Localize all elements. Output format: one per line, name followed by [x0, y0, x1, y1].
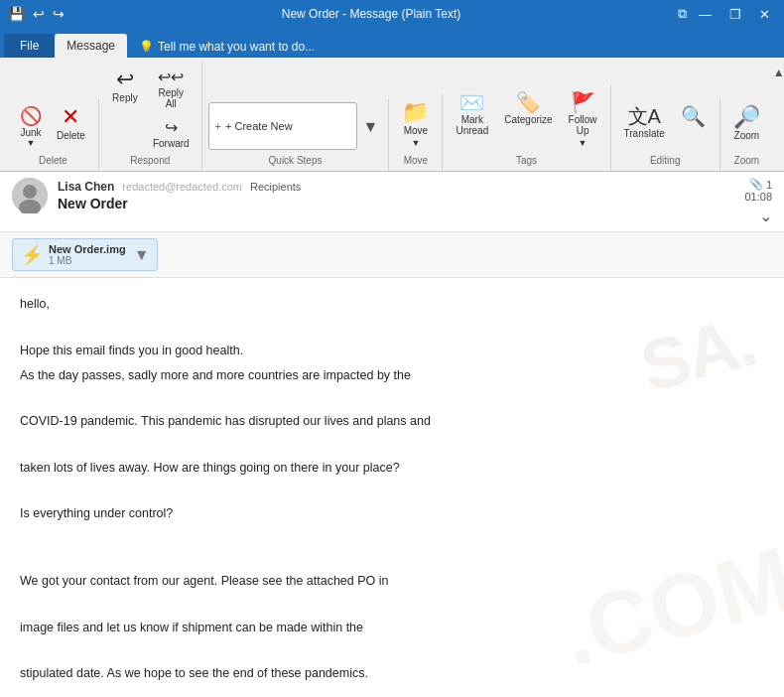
- search-button[interactable]: 🔍: [674, 101, 714, 131]
- ribbon-group-respond: ↩ Reply ↩↩ Reply All ↪ Forward Respond: [99, 62, 202, 171]
- redo-icon[interactable]: ↪: [53, 6, 65, 22]
- tags-group-label: Tags: [516, 155, 537, 169]
- collapse-ribbon-btn[interactable]: ▲: [773, 62, 784, 79]
- reply-button[interactable]: ↩ Reply: [105, 64, 145, 108]
- ribbon-group-tags: ✉️ MarkUnread 🏷️ Categorize 🚩 FollowUp ▼…: [443, 85, 610, 171]
- avatar: [12, 178, 48, 213]
- attachment-size: 1 MB: [49, 255, 126, 266]
- editing-buttons: 文A Translate 🔍: [617, 101, 714, 153]
- ribbon-group-editing: 文A Translate 🔍 Editing: [611, 99, 720, 171]
- close-button[interactable]: ✕: [753, 5, 776, 24]
- forward-button[interactable]: ↪ Forward: [147, 114, 196, 153]
- delete-button[interactable]: ✕ Delete: [50, 101, 92, 146]
- categorize-icon: 🏷️: [516, 92, 541, 112]
- tags-buttons: ✉️ MarkUnread 🏷️ Categorize 🚩 FollowUp ▼: [449, 87, 603, 153]
- respond-buttons: ↩ Reply ↩↩ Reply All ↪ Forward: [105, 64, 196, 153]
- move-icon: 📁: [402, 101, 429, 123]
- reply-all-icon: ↩↩: [158, 68, 184, 86]
- resize-icon[interactable]: ⧉: [678, 6, 687, 22]
- reply-icon: ↩: [116, 69, 134, 90]
- title-bar-controls: ⧉ — ❐ ✕: [678, 5, 776, 24]
- respond-group-label: Respond: [130, 155, 170, 169]
- reply-label: Reply: [112, 92, 138, 103]
- junk-button[interactable]: 🚫 Junk ▼: [14, 101, 48, 152]
- editing-group-label: Editing: [650, 155, 681, 169]
- tab-file[interactable]: File: [4, 34, 55, 58]
- attachment-indicator: 📎 1: [749, 178, 772, 191]
- forward-label: Forward: [153, 138, 190, 149]
- follow-up-label: FollowUp: [569, 114, 597, 136]
- svg-point-1: [23, 185, 37, 199]
- attachment-bar: ⚡ New Order.img 1 MB ▼: [0, 232, 784, 278]
- junk-icon: 🚫: [20, 105, 42, 127]
- ribbon-group-zoom: 🔎 Zoom Zoom: [720, 99, 773, 171]
- ribbon: 🚫 Junk ▼ ✕ Delete Delete ↩ Reply ↩↩ Repl…: [0, 58, 784, 172]
- quicksteps-group-label: Quick Steps: [269, 155, 323, 169]
- delete-icon: ✕: [62, 106, 79, 128]
- email-subject: New Order: [58, 196, 301, 211]
- translate-button[interactable]: 文A Translate: [617, 101, 672, 144]
- delete-label: Delete: [57, 130, 85, 141]
- minimize-button[interactable]: —: [693, 5, 718, 24]
- delete-group-label: Delete: [39, 155, 67, 169]
- email-header: Lisa Chen redacted@redacted.com Recipien…: [0, 172, 784, 232]
- email-body: SA. .COM hello, Hope this email finds yo…: [0, 278, 784, 697]
- quick-steps-input[interactable]: + + Create New: [208, 102, 357, 150]
- delete-buttons: 🚫 Junk ▼ ✕ Delete: [14, 101, 92, 153]
- forward-icon: ↪: [165, 118, 178, 137]
- body-line-2: Hope this email finds you in good health…: [20, 341, 764, 361]
- ribbon-group-move: 📁 Move ▼ Move: [389, 94, 443, 171]
- collapse-email-btn[interactable]: ⌄: [759, 207, 772, 225]
- tab-message[interactable]: Message: [55, 34, 127, 58]
- title-bar: 💾 ↩ ↪ New Order - Message (Plain Text) ⧉…: [0, 0, 784, 28]
- zoom-button[interactable]: 🔎 Zoom: [726, 101, 767, 146]
- mark-unread-label: MarkUnread: [456, 114, 488, 136]
- body-line-7: We got your contact from our agent. Plea…: [20, 571, 764, 592]
- ribbon-tabs: File Message 💡 Tell me what you want to …: [0, 28, 784, 58]
- lightbulb-icon: 💡: [139, 40, 154, 54]
- translate-icon: 文A: [628, 106, 661, 126]
- categorize-button[interactable]: 🏷️ Categorize: [497, 87, 559, 130]
- attachment-file-icon: ⚡: [21, 244, 43, 266]
- follow-up-arrow: ▼: [579, 138, 588, 148]
- junk-arrow: ▼: [27, 138, 36, 148]
- save-icon[interactable]: 💾: [8, 6, 25, 22]
- undo-icon[interactable]: ↩: [33, 6, 45, 22]
- body-line-8: image files and let us know if shipment …: [20, 618, 764, 638]
- zoom-icon: 🔎: [733, 106, 760, 128]
- email-meta-right: 📎 1 01:08 ⌄: [744, 178, 772, 225]
- quick-steps-arrow[interactable]: ▼: [359, 116, 383, 138]
- paperclip-icon: 📎: [749, 178, 763, 191]
- follow-up-button[interactable]: 🚩 FollowUp ▼: [562, 87, 604, 153]
- restore-button[interactable]: ❐: [723, 5, 747, 24]
- move-arrow: ▼: [411, 138, 420, 148]
- mark-unread-button[interactable]: ✉️ MarkUnread: [449, 87, 495, 141]
- attachment-count: 1: [766, 179, 772, 191]
- attachment-name: New Order.img: [49, 243, 126, 255]
- sender-email[interactable]: redacted@redacted.com: [122, 181, 242, 193]
- sender-row: Lisa Chen redacted@redacted.com Recipien…: [12, 178, 301, 213]
- attachment-item[interactable]: ⚡ New Order.img 1 MB ▼: [12, 238, 158, 271]
- translate-label: Translate: [624, 128, 665, 139]
- body-line-5: taken lots of lives away. How are things…: [20, 458, 764, 479]
- ribbon-group-quicksteps: + + Create New ▼ Quick Steps: [202, 99, 390, 171]
- email-time: 01:08: [744, 191, 772, 203]
- move-button[interactable]: 📁 Move ▼: [395, 96, 436, 153]
- window-title: New Order - Message (Plain Text): [65, 7, 678, 21]
- junk-label: Junk: [20, 127, 41, 138]
- tell-me-box[interactable]: 💡 Tell me what you want to do...: [131, 36, 323, 58]
- sender-name: Lisa Chen: [58, 180, 114, 194]
- body-line-9: stipulated date. As we hope to see the e…: [20, 663, 764, 684]
- move-group-label: Move: [404, 155, 428, 169]
- quicksteps-buttons: + + Create New ▼: [208, 101, 383, 153]
- body-line-3: As the day passes, sadly more and more c…: [20, 365, 764, 386]
- body-line-6: Is everything under control?: [20, 503, 764, 524]
- mark-unread-icon: ✉️: [459, 92, 484, 112]
- move-buttons: 📁 Move ▼: [395, 96, 436, 153]
- search-icon: 🔍: [681, 106, 706, 126]
- zoom-buttons: 🔎 Zoom: [726, 101, 767, 153]
- reply-all-button[interactable]: ↩↩ Reply All: [147, 64, 196, 113]
- follow-up-icon: 🚩: [571, 92, 595, 112]
- sender-info: Lisa Chen redacted@redacted.com Recipien…: [58, 180, 301, 211]
- attachment-more-icon[interactable]: ▼: [134, 246, 150, 264]
